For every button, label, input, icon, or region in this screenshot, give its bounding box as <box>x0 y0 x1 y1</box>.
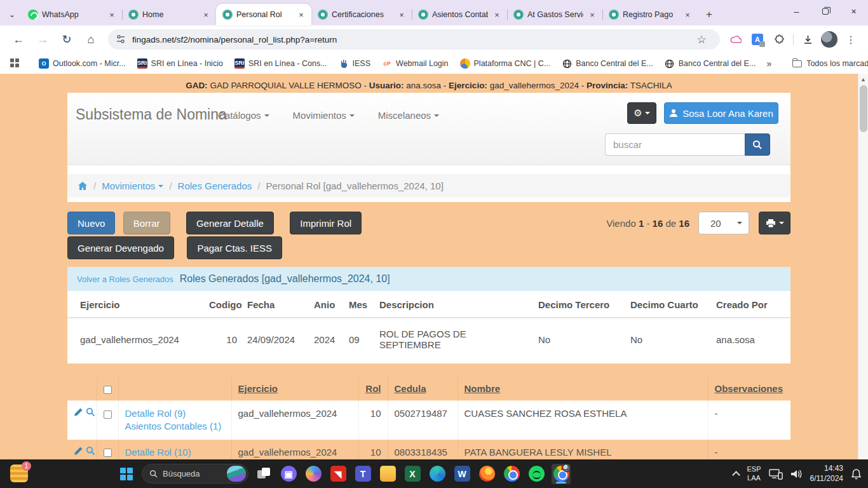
close-icon[interactable]: × <box>492 10 502 20</box>
close-icon[interactable]: × <box>587 10 597 20</box>
menu-movimientos[interactable]: Movimientos <box>293 110 355 121</box>
bookmark-outlook[interactable]: OOutlook.com - Micr... <box>39 58 126 69</box>
translate-icon[interactable]: A <box>748 30 767 49</box>
chrome-button[interactable] <box>502 464 521 484</box>
window-restore-button[interactable] <box>811 0 839 23</box>
notifications-bell-icon[interactable] <box>851 468 862 480</box>
bookmark-iess[interactable]: IESS <box>339 58 371 69</box>
clock[interactable]: 14:43 6/11/2024 <box>810 464 844 484</box>
user-button[interactable]: Sosa Loor Ana Karen <box>664 102 778 124</box>
close-icon[interactable]: × <box>397 10 407 20</box>
sort-ejercicio-link[interactable]: Ejercicio <box>238 383 278 394</box>
search-button[interactable] <box>745 133 770 156</box>
site-settings-icon[interactable] <box>116 34 126 44</box>
speaker-icon[interactable] <box>790 469 803 479</box>
scroll-up-icon[interactable]: ▲ <box>858 74 868 83</box>
firefox-button[interactable] <box>477 464 496 484</box>
search-input[interactable] <box>605 133 745 156</box>
bookmark-sri-inicio[interactable]: SRISRI en Línea - Inicio <box>137 58 223 69</box>
window-minimize-button[interactable]: – <box>782 0 811 23</box>
edit-pencil-icon[interactable] <box>74 407 83 417</box>
tab-registro-pago[interactable]: Registro Pago × <box>602 4 698 25</box>
breadcrumb-home[interactable] <box>78 181 88 191</box>
home-icon[interactable]: ⌂ <box>81 29 101 50</box>
tray-chevron-up-icon[interactable] <box>733 471 741 479</box>
url-text[interactable]: fingads.net/sf2/nomina/personal_rol_list… <box>132 35 691 44</box>
language-indicator[interactable]: ESP LAA <box>747 465 761 483</box>
spotify-button[interactable] <box>527 464 546 484</box>
task-view-button[interactable] <box>254 464 273 484</box>
bookmarks-overflow-icon[interactable]: » <box>766 58 771 69</box>
apps-grid-icon[interactable] <box>10 58 19 69</box>
generar-detalle-button[interactable]: Generar Detalle <box>186 212 274 234</box>
volver-link[interactable]: Volver a Roles Generados <box>77 274 173 284</box>
bookmark-webmail[interactable]: cPWebmail Login <box>382 58 448 69</box>
borrar-button[interactable]: Borrar <box>123 212 170 234</box>
row-checkbox[interactable] <box>104 410 112 419</box>
excel-button[interactable]: X <box>403 464 422 484</box>
network-display-icon[interactable] <box>769 468 783 480</box>
address-bar[interactable]: fingads.net/sf2/nomina/personal_rol_list… <box>108 29 720 50</box>
menu-catalogos[interactable]: Catálogos <box>218 110 269 121</box>
bookmark-banco-central-1[interactable]: Banco Central del E... <box>562 58 653 69</box>
widgets-weather-icon[interactable]: 1 <box>10 464 28 482</box>
sort-cedula-link[interactable]: Cedula <box>395 383 426 394</box>
pagar-ctas-iess-button[interactable]: Pagar Ctas. IESS <box>187 236 282 259</box>
search-highlight-image[interactable] <box>227 466 246 482</box>
back-icon[interactable]: ← <box>8 29 29 50</box>
bookmark-cnc[interactable]: Plataforma CNC | C... <box>460 58 551 69</box>
start-button[interactable] <box>117 464 136 484</box>
imprimir-rol-button[interactable]: Imprimir Rol <box>290 212 362 234</box>
select-all-checkbox[interactable] <box>104 386 112 394</box>
print-dropdown-button[interactable] <box>759 212 790 234</box>
taskbar-search[interactable]: Búsqueda <box>142 464 248 484</box>
tab-whatsapp[interactable]: WhatsApp × <box>22 4 122 25</box>
detalle-rol-link[interactable]: Detalle Rol (9) <box>125 407 225 420</box>
page-scrollbar[interactable]: ▲ <box>858 74 868 459</box>
tab-home[interactable]: Home × <box>122 4 216 25</box>
scrollbar-thumb[interactable] <box>860 85 867 132</box>
bookmark-sri-consultas[interactable]: SRISRI en Línea - Cons... <box>234 58 327 69</box>
all-bookmarks-button[interactable]: Todos los marcadores <box>792 59 868 68</box>
extensions-puzzle-icon[interactable] <box>770 30 789 49</box>
close-icon[interactable]: × <box>682 10 693 20</box>
tab-personal-rol[interactable]: Personal Rol × <box>216 4 311 25</box>
close-icon[interactable]: × <box>296 10 306 20</box>
file-explorer-button[interactable] <box>378 464 397 484</box>
menu-miscelaneos[interactable]: Miscelaneos <box>378 110 439 121</box>
sort-observaciones-link[interactable]: Observaciones <box>715 383 783 394</box>
reload-icon[interactable]: ↻ <box>57 29 77 50</box>
close-icon[interactable]: × <box>201 10 211 20</box>
tab-at-gastos[interactable]: At Gastos Servic × <box>507 4 602 25</box>
bookmark-banco-central-2[interactable]: Banco Central del E... <box>665 58 756 69</box>
teams-chat-button[interactable]: ▣ <box>279 464 298 484</box>
tab-asientos-contables[interactable]: Asientos Contab × <box>412 4 507 25</box>
forward-icon[interactable]: → <box>32 29 53 50</box>
edge-button[interactable] <box>428 464 447 484</box>
chrome-active-button[interactable] <box>552 464 571 484</box>
page-size-select[interactable]: 20 <box>698 212 749 234</box>
row-checkbox[interactable] <box>104 449 112 457</box>
menu-dots-icon[interactable]: ⋮ <box>841 30 860 49</box>
generar-devengado-button[interactable]: Generar Devengado <box>67 236 174 259</box>
window-close-button[interactable]: × <box>839 0 868 23</box>
profile-avatar[interactable] <box>820 30 839 49</box>
edit-pencil-icon[interactable] <box>74 446 83 456</box>
view-magnifier-icon[interactable] <box>86 407 95 417</box>
new-tab-button[interactable]: + <box>700 6 718 24</box>
sort-rol-link[interactable]: Rol <box>365 383 381 394</box>
tab-search-icon[interactable]: ⌄ <box>4 4 20 25</box>
bookmark-star-icon[interactable]: ☆ <box>692 30 711 49</box>
tab-certificaciones[interactable]: Certificaciones × <box>311 4 412 25</box>
breadcrumb-movimientos[interactable]: Movimientos <box>102 180 163 191</box>
downloads-icon[interactable] <box>798 30 817 49</box>
nuevo-button[interactable]: Nuevo <box>67 212 115 234</box>
sort-nombre-link[interactable]: Nombre <box>465 383 501 394</box>
extension-pink-icon[interactable] <box>726 30 745 49</box>
copilot-button[interactable] <box>304 464 323 484</box>
word-button[interactable]: W <box>452 464 471 484</box>
close-icon[interactable]: × <box>107 10 117 20</box>
teams-button[interactable]: T <box>353 464 372 484</box>
view-magnifier-icon[interactable] <box>86 446 95 456</box>
adobe-acrobat-button[interactable]: ◥ <box>329 464 348 484</box>
